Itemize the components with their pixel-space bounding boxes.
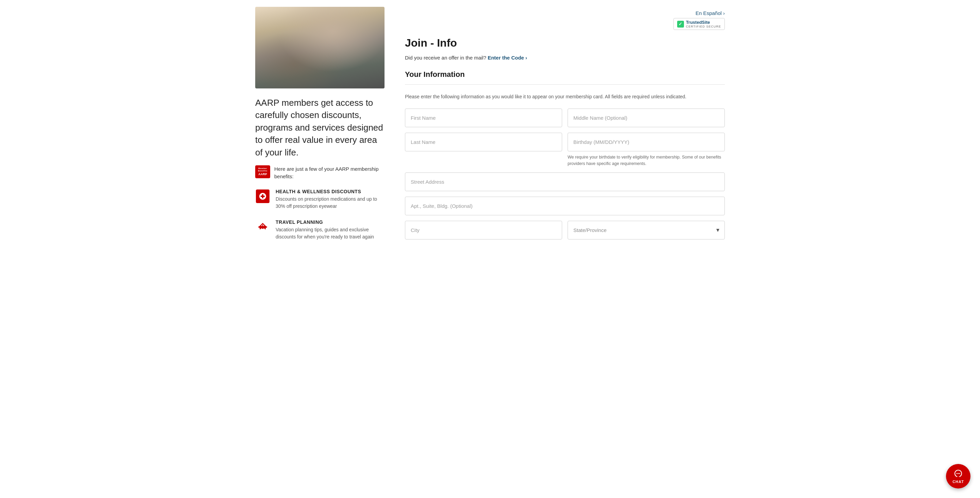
street-address-input[interactable]: [405, 172, 725, 191]
enter-code-link[interactable]: Enter the Code ›: [488, 55, 527, 60]
tagline: AARP members get access to carefully cho…: [255, 97, 385, 159]
first-name-input[interactable]: [405, 108, 562, 127]
benefit-health-content: HEALTH & WELLNESS DISCOUNTS Discounts on…: [275, 189, 385, 210]
mail-offer: Did you receive an offer in the mail? En…: [405, 55, 725, 60]
benefits-intro-container: Member Benefits AARP Here are just a few…: [255, 165, 385, 181]
aarp-logo-small: Member Benefits AARP: [255, 165, 270, 178]
last-name-input[interactable]: [405, 133, 562, 151]
benefits-intro-text: Here are just a few of your AARP members…: [274, 165, 385, 181]
top-bar: En Español › ✓ TrustedSite CERTIFIED SEC…: [405, 10, 725, 30]
top-bar-inner: En Español › ✓ TrustedSite CERTIFIED SEC…: [673, 10, 725, 30]
last-name-field: [405, 133, 562, 167]
page-container: AARP members get access to carefully cho…: [245, 0, 735, 257]
city-input[interactable]: [405, 221, 562, 239]
benefit-health-title: HEALTH & WELLNESS DISCOUNTS: [275, 189, 385, 194]
apt-field: [405, 197, 725, 215]
birthday-input[interactable]: [568, 133, 725, 151]
benefit-travel-title: TRAVEL PLANNING: [275, 220, 385, 225]
apt-input[interactable]: [405, 197, 725, 215]
right-panel: En Español › ✓ TrustedSite CERTIFIED SEC…: [405, 7, 725, 250]
benefit-travel-content: TRAVEL PLANNING Vacation planning tips, …: [275, 220, 385, 240]
trusted-site-name: TrustedSite: [686, 20, 710, 25]
first-name-field: [405, 108, 562, 127]
hero-image-inner: [255, 7, 385, 88]
mail-offer-question: Did you receive an offer in the mail?: [405, 55, 486, 60]
benefit-travel: TRAVEL PLANNING Vacation planning tips, …: [255, 220, 385, 240]
hero-image: [255, 7, 385, 88]
state-select[interactable]: State/Province Alabama Alaska Arizona Ca…: [568, 221, 725, 239]
street-address-field: [405, 172, 725, 191]
name-row: [405, 108, 725, 127]
state-select-wrapper: State/Province Alabama Alaska Arizona Ca…: [568, 221, 725, 239]
trusted-site-cert: CERTIFIED SECURE: [686, 25, 721, 28]
section-description: Please enter the following information a…: [405, 93, 725, 100]
street-address-row: [405, 172, 725, 191]
section-divider: [405, 84, 725, 85]
city-state-row: State/Province Alabama Alaska Arizona Ca…: [405, 221, 725, 239]
travel-icon: [255, 220, 270, 234]
en-espanol-link[interactable]: En Español ›: [695, 10, 725, 16]
your-information-title: Your Information: [405, 70, 725, 79]
trusted-site-badge: ✓ TrustedSite CERTIFIED SECURE: [673, 18, 725, 30]
benefit-health-desc: Discounts on prescription medications an…: [275, 196, 385, 210]
middle-name-input[interactable]: [568, 108, 725, 127]
trusted-site-check-icon: ✓: [677, 21, 684, 27]
benefit-travel-desc: Vacation planning tips, guides and exclu…: [275, 226, 385, 240]
health-icon: [255, 189, 270, 204]
state-field: State/Province Alabama Alaska Arizona Ca…: [568, 221, 725, 239]
left-panel: AARP members get access to carefully cho…: [255, 7, 385, 250]
lastname-birthday-row: We require your birthdate to verify elig…: [405, 133, 725, 167]
city-field: [405, 221, 562, 239]
middle-name-field: [568, 108, 725, 127]
benefit-health: HEALTH & WELLNESS DISCOUNTS Discounts on…: [255, 189, 385, 210]
trusted-site-text: TrustedSite CERTIFIED SECURE: [686, 20, 721, 28]
birthday-hint: We require your birthdate to verify elig…: [568, 154, 725, 167]
apt-row: [405, 197, 725, 215]
page-title: Join - Info: [405, 37, 725, 49]
birthday-field: We require your birthdate to verify elig…: [568, 133, 725, 167]
svg-rect-2: [261, 196, 265, 197]
